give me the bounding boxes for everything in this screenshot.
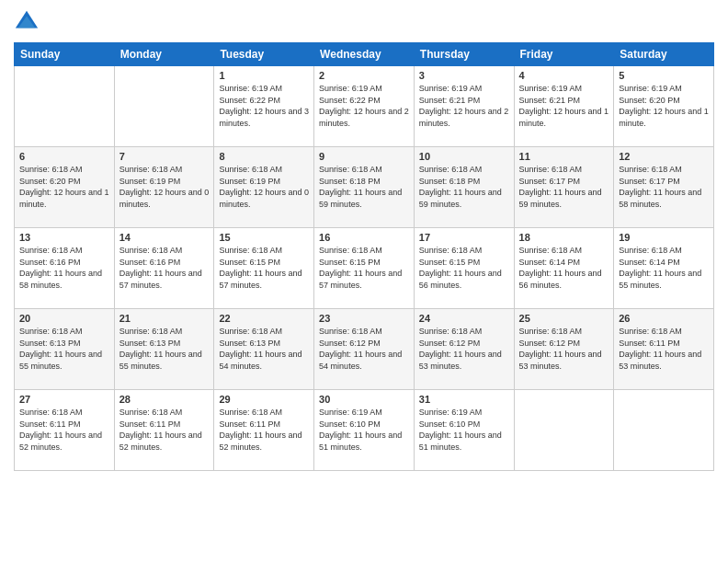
day-info: Sunrise: 6:19 AMSunset: 6:20 PMDaylight:… (619, 83, 709, 129)
day-cell (514, 390, 614, 471)
day-cell: 24 Sunrise: 6:18 AMSunset: 6:12 PMDaylig… (414, 309, 514, 390)
day-info: Sunrise: 6:18 AMSunset: 6:15 PMDaylight:… (219, 245, 309, 291)
logo (14, 9, 43, 35)
week-row-3: 13 Sunrise: 6:18 AMSunset: 6:16 PMDaylig… (15, 228, 714, 309)
day-info: Sunrise: 6:18 AMSunset: 6:11 PMDaylight:… (619, 326, 709, 372)
day-cell (15, 66, 115, 147)
day-cell: 11 Sunrise: 6:18 AMSunset: 6:17 PMDaylig… (514, 147, 614, 228)
day-info: Sunrise: 6:18 AMSunset: 6:11 PMDaylight:… (219, 407, 309, 453)
day-number: 13 (19, 232, 109, 243)
day-info: Sunrise: 6:18 AMSunset: 6:19 PMDaylight:… (219, 164, 309, 210)
day-info: Sunrise: 6:19 AMSunset: 6:22 PMDaylight:… (219, 83, 309, 129)
day-cell: 25 Sunrise: 6:18 AMSunset: 6:12 PMDaylig… (514, 309, 614, 390)
day-cell: 27 Sunrise: 6:18 AMSunset: 6:11 PMDaylig… (15, 390, 115, 471)
day-number: 19 (619, 232, 709, 243)
day-cell: 7 Sunrise: 6:18 AMSunset: 6:19 PMDayligh… (114, 147, 214, 228)
weekday-header-tuesday: Tuesday (214, 43, 314, 66)
day-number: 4 (519, 70, 609, 81)
day-number: 1 (219, 70, 309, 81)
day-info: Sunrise: 6:18 AMSunset: 6:11 PMDaylight:… (119, 407, 210, 453)
day-info: Sunrise: 6:18 AMSunset: 6:19 PMDaylight:… (119, 164, 210, 210)
day-info: Sunrise: 6:18 AMSunset: 6:16 PMDaylight:… (119, 245, 210, 291)
day-info: Sunrise: 6:19 AMSunset: 6:21 PMDaylight:… (519, 83, 609, 129)
day-cell: 17 Sunrise: 6:18 AMSunset: 6:15 PMDaylig… (414, 228, 514, 309)
day-info: Sunrise: 6:18 AMSunset: 6:13 PMDaylight:… (119, 326, 210, 372)
weekday-header-monday: Monday (114, 43, 214, 66)
day-info: Sunrise: 6:19 AMSunset: 6:21 PMDaylight:… (419, 83, 509, 129)
day-number: 29 (219, 394, 309, 405)
day-number: 26 (619, 313, 709, 324)
day-number: 16 (319, 232, 409, 243)
day-number: 10 (419, 151, 509, 162)
day-info: Sunrise: 6:18 AMSunset: 6:14 PMDaylight:… (619, 245, 709, 291)
day-cell (114, 66, 214, 147)
day-info: Sunrise: 6:18 AMSunset: 6:17 PMDaylight:… (519, 164, 609, 210)
weekday-header-wednesday: Wednesday (314, 43, 415, 66)
day-number: 30 (319, 394, 409, 405)
calendar: SundayMondayTuesdayWednesdayThursdayFrid… (14, 42, 714, 471)
day-cell: 28 Sunrise: 6:18 AMSunset: 6:11 PMDaylig… (114, 390, 214, 471)
day-number: 12 (619, 151, 709, 162)
day-info: Sunrise: 6:19 AMSunset: 6:10 PMDaylight:… (319, 407, 409, 453)
day-number: 21 (119, 313, 210, 324)
week-row-2: 6 Sunrise: 6:18 AMSunset: 6:20 PMDayligh… (15, 147, 714, 228)
day-cell: 19 Sunrise: 6:18 AMSunset: 6:14 PMDaylig… (614, 228, 714, 309)
day-number: 28 (119, 394, 210, 405)
day-cell: 14 Sunrise: 6:18 AMSunset: 6:16 PMDaylig… (114, 228, 214, 309)
day-number: 8 (219, 151, 309, 162)
day-number: 18 (519, 232, 609, 243)
day-number: 25 (519, 313, 609, 324)
day-cell (614, 390, 714, 471)
day-info: Sunrise: 6:18 AMSunset: 6:18 PMDaylight:… (319, 164, 409, 210)
day-info: Sunrise: 6:18 AMSunset: 6:16 PMDaylight:… (19, 245, 109, 291)
day-number: 6 (19, 151, 109, 162)
day-cell: 26 Sunrise: 6:18 AMSunset: 6:11 PMDaylig… (614, 309, 714, 390)
weekday-header-row: SundayMondayTuesdayWednesdayThursdayFrid… (15, 43, 714, 66)
day-number: 22 (219, 313, 309, 324)
day-number: 3 (419, 70, 509, 81)
day-cell: 8 Sunrise: 6:18 AMSunset: 6:19 PMDayligh… (214, 147, 314, 228)
day-info: Sunrise: 6:18 AMSunset: 6:20 PMDaylight:… (19, 164, 109, 210)
day-cell: 12 Sunrise: 6:18 AMSunset: 6:17 PMDaylig… (614, 147, 714, 228)
day-cell: 15 Sunrise: 6:18 AMSunset: 6:15 PMDaylig… (214, 228, 314, 309)
day-cell: 9 Sunrise: 6:18 AMSunset: 6:18 PMDayligh… (314, 147, 415, 228)
day-number: 20 (19, 313, 109, 324)
day-info: Sunrise: 6:18 AMSunset: 6:15 PMDaylight:… (419, 245, 509, 291)
weekday-header-sunday: Sunday (15, 43, 115, 66)
day-cell: 30 Sunrise: 6:19 AMSunset: 6:10 PMDaylig… (314, 390, 415, 471)
day-cell: 4 Sunrise: 6:19 AMSunset: 6:21 PMDayligh… (514, 66, 614, 147)
weekday-header-saturday: Saturday (614, 43, 714, 66)
day-info: Sunrise: 6:19 AMSunset: 6:22 PMDaylight:… (319, 83, 409, 129)
page: SundayMondayTuesdayWednesdayThursdayFrid… (0, 0, 728, 563)
logo-icon (14, 9, 40, 35)
week-row-4: 20 Sunrise: 6:18 AMSunset: 6:13 PMDaylig… (15, 309, 714, 390)
weekday-header-friday: Friday (514, 43, 614, 66)
day-cell: 31 Sunrise: 6:19 AMSunset: 6:10 PMDaylig… (414, 390, 514, 471)
day-cell: 23 Sunrise: 6:18 AMSunset: 6:12 PMDaylig… (314, 309, 415, 390)
day-info: Sunrise: 6:18 AMSunset: 6:15 PMDaylight:… (319, 245, 409, 291)
day-info: Sunrise: 6:18 AMSunset: 6:14 PMDaylight:… (519, 245, 609, 291)
week-row-5: 27 Sunrise: 6:18 AMSunset: 6:11 PMDaylig… (15, 390, 714, 471)
day-cell: 16 Sunrise: 6:18 AMSunset: 6:15 PMDaylig… (314, 228, 415, 309)
day-info: Sunrise: 6:18 AMSunset: 6:12 PMDaylight:… (519, 326, 609, 372)
day-number: 31 (419, 394, 509, 405)
day-number: 24 (419, 313, 509, 324)
day-number: 9 (319, 151, 409, 162)
day-info: Sunrise: 6:18 AMSunset: 6:13 PMDaylight:… (219, 326, 309, 372)
day-number: 23 (319, 313, 409, 324)
day-cell: 10 Sunrise: 6:18 AMSunset: 6:18 PMDaylig… (414, 147, 514, 228)
day-info: Sunrise: 6:18 AMSunset: 6:11 PMDaylight:… (19, 407, 109, 453)
day-cell: 20 Sunrise: 6:18 AMSunset: 6:13 PMDaylig… (15, 309, 115, 390)
day-number: 14 (119, 232, 210, 243)
day-cell: 22 Sunrise: 6:18 AMSunset: 6:13 PMDaylig… (214, 309, 314, 390)
day-cell: 29 Sunrise: 6:18 AMSunset: 6:11 PMDaylig… (214, 390, 314, 471)
day-info: Sunrise: 6:18 AMSunset: 6:12 PMDaylight:… (319, 326, 409, 372)
day-number: 11 (519, 151, 609, 162)
day-cell: 1 Sunrise: 6:19 AMSunset: 6:22 PMDayligh… (214, 66, 314, 147)
day-info: Sunrise: 6:18 AMSunset: 6:18 PMDaylight:… (419, 164, 509, 210)
header (14, 9, 714, 35)
day-cell: 21 Sunrise: 6:18 AMSunset: 6:13 PMDaylig… (114, 309, 214, 390)
day-number: 7 (119, 151, 210, 162)
day-cell: 5 Sunrise: 6:19 AMSunset: 6:20 PMDayligh… (614, 66, 714, 147)
day-cell: 3 Sunrise: 6:19 AMSunset: 6:21 PMDayligh… (414, 66, 514, 147)
